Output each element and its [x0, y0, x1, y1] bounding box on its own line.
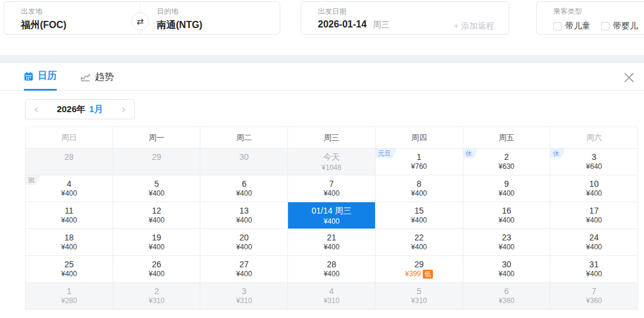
- cell-date: 3: [200, 286, 287, 296]
- prev-month-button[interactable]: ‹: [34, 104, 38, 115]
- checkbox-icon[interactable]: [601, 22, 609, 30]
- calendar-cell[interactable]: 8¥400: [376, 175, 463, 202]
- destination-label: 目的地: [157, 7, 277, 17]
- calendar-row: 1¥2802¥3103¥3104¥3105¥3106¥3607¥360: [26, 283, 638, 310]
- calendar-cell[interactable]: 5¥400: [113, 175, 201, 202]
- calendar-cell[interactable]: 17¥400: [550, 202, 638, 229]
- calendar-cell: 29: [113, 149, 201, 175]
- calendar-cell[interactable]: 18¥400: [26, 229, 113, 256]
- departure-value[interactable]: 福州(FOC): [21, 19, 66, 32]
- infant-checkbox-label: 带婴儿: [613, 21, 638, 32]
- tab-trend[interactable]: 趋势: [80, 63, 114, 91]
- calendar-cell[interactable]: 休2¥630: [463, 149, 551, 175]
- calendar-cell[interactable]: 21¥400: [288, 229, 376, 256]
- calendar-cell[interactable]: 16¥400: [463, 202, 551, 229]
- cell-price: ¥640: [550, 162, 637, 171]
- depart-date-field[interactable]: 出发日期 2026-01-14 周三: [301, 2, 444, 34]
- calendar-cell[interactable]: 12¥400: [113, 202, 201, 229]
- calendar-header-row: 周日周一周二周三周四周五周六: [26, 127, 638, 149]
- calendar-cell[interactable]: 28¥400: [288, 256, 376, 283]
- calendar-cell[interactable]: 19¥400: [113, 229, 201, 256]
- calendar-cell[interactable]: 30¥400: [463, 256, 551, 283]
- calendar-cell[interactable]: 休3¥640: [550, 149, 638, 175]
- cell-price: ¥400: [200, 270, 287, 278]
- calendar-row: 25¥40026¥40027¥40028¥40029¥399低30¥40031¥…: [26, 256, 638, 283]
- next-month-button[interactable]: ›: [122, 104, 126, 115]
- cell-price: ¥280: [26, 297, 113, 305]
- calendar-cell[interactable]: 23¥400: [463, 229, 551, 256]
- month-number-label: 1月: [89, 104, 103, 114]
- cell-date: 30: [463, 260, 550, 269]
- weekday-header: 周日: [26, 127, 113, 149]
- calendar-row: 18¥40019¥40020¥40021¥40022¥40023¥40024¥4…: [26, 229, 638, 256]
- cell-date: 28: [26, 152, 113, 162]
- cell-price: ¥400: [113, 270, 200, 278]
- calendar-icon: [24, 72, 33, 81]
- passenger-field: 乘客类型 带儿童 带婴儿: [537, 2, 644, 34]
- cell-date: 11: [26, 206, 113, 215]
- cell-date: 21: [288, 233, 375, 242]
- calendar-cell: 1¥280: [26, 283, 113, 310]
- cell-price: ¥760: [376, 162, 463, 171]
- calendar-cell-selected[interactable]: 01/14 周三¥400: [288, 202, 376, 229]
- calendar-cell[interactable]: 7¥400: [288, 175, 376, 202]
- calendar-cell[interactable]: 27¥400: [200, 256, 288, 283]
- cell-date: 29: [376, 260, 463, 269]
- children-checkbox[interactable]: 带儿童: [553, 21, 590, 32]
- infant-checkbox[interactable]: 带婴儿: [601, 21, 638, 32]
- trend-icon: [80, 72, 91, 82]
- depart-date-value[interactable]: 2026-01-14: [318, 19, 367, 30]
- tab-calendar-label[interactable]: 日历: [38, 70, 57, 82]
- cell-price: ¥310: [200, 297, 287, 305]
- calendar-cell[interactable]: 13¥400: [200, 202, 288, 229]
- tab-trend-label[interactable]: 趋势: [95, 71, 114, 84]
- cell-price: ¥360: [463, 297, 550, 305]
- cell-price: ¥360: [550, 297, 637, 305]
- cell-date: 6: [463, 286, 550, 296]
- cell-price: ¥400: [200, 243, 287, 251]
- cell-date: 22: [376, 233, 463, 242]
- cell-date: 9: [463, 179, 550, 189]
- tab-calendar[interactable]: 日历: [24, 63, 57, 91]
- depart-date-weekday: 周三: [373, 20, 389, 29]
- calendar-cell[interactable]: 25¥400: [26, 256, 113, 283]
- weekday-header: 周二: [200, 127, 288, 149]
- calendar-cell[interactable]: 29¥399低: [376, 256, 463, 283]
- cell-price: ¥400: [550, 216, 637, 224]
- departure-field[interactable]: 出发地 福州(FOC): [4, 2, 140, 34]
- calendar-cell[interactable]: 9¥400: [463, 175, 551, 202]
- checkbox-icon[interactable]: [553, 22, 562, 30]
- destination-value[interactable]: 南通(NTG): [157, 19, 202, 32]
- cell-price: ¥399低: [376, 270, 463, 279]
- cell-date: 今天: [288, 152, 375, 163]
- calendar-cell[interactable]: 元旦1¥760: [376, 149, 463, 175]
- cell-date: 10: [550, 179, 637, 189]
- cell-price: ¥400: [288, 270, 375, 278]
- cell-price: ¥400: [26, 270, 113, 278]
- calendar-cell[interactable]: 15¥400: [376, 202, 463, 229]
- cell-price: ¥400: [288, 189, 375, 197]
- calendar-cell[interactable]: 6¥400: [200, 175, 288, 202]
- depart-date-label: 出发日期: [318, 7, 444, 17]
- calendar-cell[interactable]: 10¥400: [550, 175, 638, 202]
- calendar-cell[interactable]: 26¥400: [113, 256, 201, 283]
- children-checkbox-label: 带儿童: [565, 21, 590, 32]
- holiday-badge: 元旦: [376, 149, 397, 158]
- weekday-header: 周六: [550, 127, 638, 149]
- cell-price: ¥400: [550, 243, 637, 251]
- flight-calendar-page: 出发地 福州(FOC) ⇄ 目的地 南通(NTG) 出发日期 2026-01-1…: [0, 0, 644, 318]
- close-icon[interactable]: [623, 71, 636, 84]
- cell-date: 4: [288, 286, 375, 296]
- add-return-button[interactable]: + 添加返程: [454, 21, 494, 32]
- calendar-cell[interactable]: 24¥400: [550, 229, 638, 256]
- cell-price: ¥400: [26, 189, 113, 197]
- cell-date: 5: [113, 179, 200, 189]
- calendar-cell[interactable]: 班4¥400: [26, 175, 113, 202]
- calendar-cell[interactable]: 20¥400: [200, 229, 288, 256]
- calendar-cell[interactable]: 22¥400: [376, 229, 463, 256]
- calendar-cell[interactable]: 11¥400: [26, 202, 113, 229]
- cell-date: 29: [113, 152, 200, 162]
- calendar-cell[interactable]: 31¥400: [550, 256, 638, 283]
- cell-price: ¥630: [463, 162, 550, 171]
- destination-field[interactable]: 目的地 南通(NTG): [140, 2, 277, 34]
